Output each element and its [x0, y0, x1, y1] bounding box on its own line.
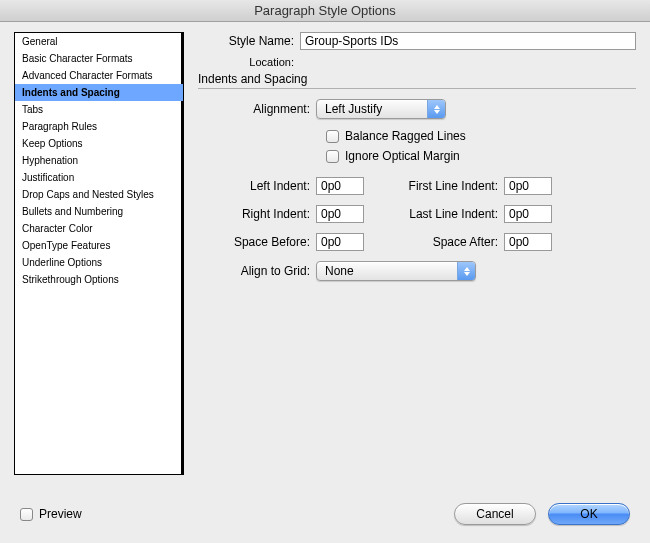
sidebar-item-indents-spacing[interactable]: Indents and Spacing [15, 84, 183, 101]
preview-checkbox[interactable] [20, 508, 33, 521]
space-after-input[interactable] [504, 233, 552, 251]
sidebar-item-keep-options[interactable]: Keep Options [15, 135, 183, 152]
window-title: Paragraph Style Options [0, 0, 650, 22]
sidebar-item-general[interactable]: General [15, 33, 183, 50]
style-name-input[interactable] [300, 32, 636, 50]
left-indent-label: Left Indent: [208, 179, 316, 193]
last-line-input[interactable] [504, 205, 552, 223]
divider [198, 88, 636, 89]
footer: Preview Cancel OK [0, 496, 650, 532]
first-line-input[interactable] [504, 177, 552, 195]
align-grid-select[interactable]: None [316, 261, 476, 281]
category-sidebar[interactable]: General Basic Character Formats Advanced… [14, 32, 184, 475]
space-before-input[interactable] [316, 233, 364, 251]
ignore-margin-label: Ignore Optical Margin [345, 149, 460, 163]
sidebar-item-drop-caps[interactable]: Drop Caps and Nested Styles [15, 186, 183, 203]
space-before-label: Space Before: [208, 235, 316, 249]
preview-label: Preview [39, 507, 82, 521]
sidebar-item-underline[interactable]: Underline Options [15, 254, 183, 271]
content-area: General Basic Character Formats Advanced… [0, 22, 650, 496]
sidebar-item-hyphenation[interactable]: Hyphenation [15, 152, 183, 169]
section-title: Indents and Spacing [198, 72, 636, 86]
sidebar-item-bullets[interactable]: Bullets and Numbering [15, 203, 183, 220]
main-panel: Style Name: Location: Indents and Spacin… [184, 32, 636, 496]
updown-arrows-icon [427, 100, 445, 118]
sidebar-item-paragraph-rules[interactable]: Paragraph Rules [15, 118, 183, 135]
sidebar-item-justification[interactable]: Justification [15, 169, 183, 186]
updown-arrows-icon [457, 262, 475, 280]
right-indent-input[interactable] [316, 205, 364, 223]
sidebar-item-tabs[interactable]: Tabs [15, 101, 183, 118]
ignore-margin-checkbox[interactable] [326, 150, 339, 163]
balance-label: Balance Ragged Lines [345, 129, 466, 143]
alignment-label: Alignment: [208, 102, 316, 116]
alignment-select[interactable]: Left Justify [316, 99, 446, 119]
sidebar-item-strikethrough[interactable]: Strikethrough Options [15, 271, 183, 288]
right-indent-label: Right Indent: [208, 207, 316, 221]
ok-button[interactable]: OK [548, 503, 630, 525]
alignment-value: Left Justify [317, 102, 390, 116]
location-label: Location: [198, 56, 300, 68]
left-indent-input[interactable] [316, 177, 364, 195]
align-grid-label: Align to Grid: [208, 264, 316, 278]
align-grid-value: None [317, 264, 362, 278]
style-name-label: Style Name: [198, 34, 300, 48]
balance-checkbox[interactable] [326, 130, 339, 143]
last-line-label: Last Line Indent: [364, 207, 504, 221]
sidebar-item-char-color[interactable]: Character Color [15, 220, 183, 237]
cancel-button[interactable]: Cancel [454, 503, 536, 525]
sidebar-item-advanced-char[interactable]: Advanced Character Formats [15, 67, 183, 84]
space-after-label: Space After: [364, 235, 504, 249]
first-line-label: First Line Indent: [364, 179, 504, 193]
sidebar-item-basic-char[interactable]: Basic Character Formats [15, 50, 183, 67]
sidebar-item-opentype[interactable]: OpenType Features [15, 237, 183, 254]
